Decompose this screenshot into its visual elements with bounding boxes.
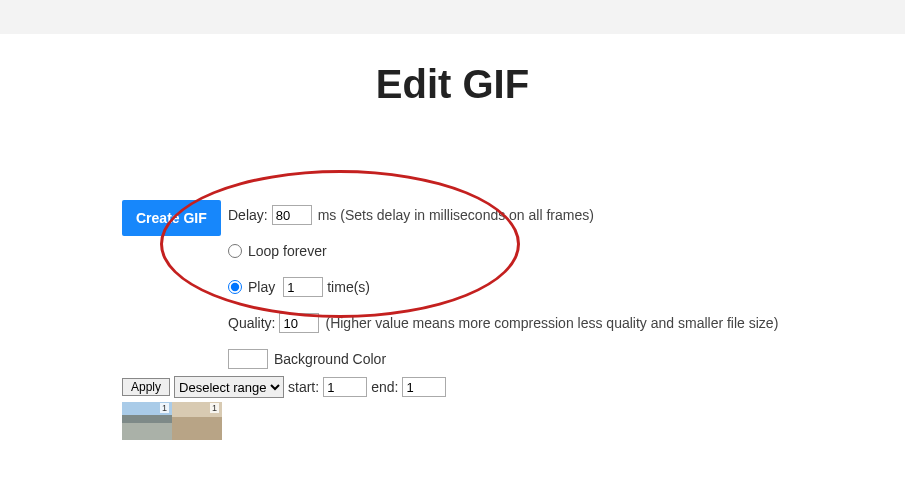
range-end-label: end: [371, 379, 398, 395]
quality-input[interactable] [279, 313, 319, 333]
play-suffix: time(s) [327, 280, 370, 294]
header-bar [0, 0, 905, 34]
play-times-input[interactable] [283, 277, 323, 297]
delay-label: Delay: [228, 208, 268, 222]
bgcolor-label: Background Color [274, 352, 386, 366]
apply-button[interactable]: Apply [122, 378, 170, 396]
loop-forever-label: Loop forever [248, 244, 327, 258]
range-controls: Apply Deselect range start: end: [122, 376, 446, 398]
delay-input[interactable] [272, 205, 312, 225]
frame-thumbnail[interactable]: 1 [172, 402, 222, 440]
frame-index: 1 [210, 403, 219, 413]
bgcolor-row: Background Color [228, 348, 778, 370]
frame-thumbnails: 1 1 [122, 402, 222, 440]
quality-hint: (Higher value means more compression les… [325, 316, 778, 330]
range-start-input[interactable] [323, 377, 367, 397]
page-title: Edit GIF [0, 62, 905, 107]
delay-hint: ms (Sets delay in milliseconds on all fr… [318, 208, 594, 222]
range-end-input[interactable] [402, 377, 446, 397]
frame-index: 1 [160, 403, 169, 413]
loop-forever-row: Loop forever [228, 240, 778, 262]
play-times-row: Play time(s) [228, 276, 778, 298]
settings-panel: Delay: ms (Sets delay in milliseconds on… [228, 204, 778, 384]
play-label: Play [248, 280, 275, 294]
range-start-label: start: [288, 379, 319, 395]
quality-row: Quality: (Higher value means more compre… [228, 312, 778, 334]
create-gif-button[interactable]: Create GIF [122, 200, 221, 236]
loop-forever-radio[interactable] [228, 244, 242, 258]
play-times-radio[interactable] [228, 280, 242, 294]
range-action-select[interactable]: Deselect range [174, 376, 284, 398]
quality-label: Quality: [228, 316, 275, 330]
delay-row: Delay: ms (Sets delay in milliseconds on… [228, 204, 778, 226]
frame-thumbnail[interactable]: 1 [122, 402, 172, 440]
bgcolor-input[interactable] [228, 349, 268, 369]
